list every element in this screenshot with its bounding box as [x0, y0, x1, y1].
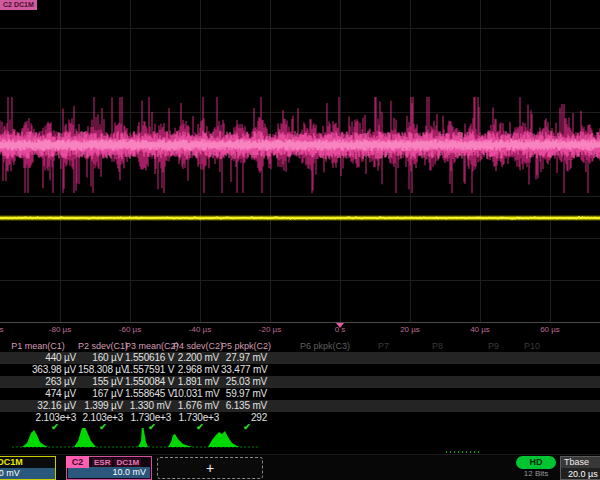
time-tick: -100 µs: [0, 325, 3, 334]
descriptor-bar: C1 DC1M 10.0 mV C2 ESR DC1M 10.0 mV + HD…: [0, 454, 600, 480]
param-header-p9[interactable]: P9: [488, 340, 499, 352]
c1-scale-value: 10.0 mV: [0, 468, 55, 479]
p1-num: 2.103e+3: [0, 412, 76, 424]
c1-flat-trace: [0, 217, 600, 219]
time-tick: 20 µs: [400, 325, 420, 334]
measurement-row-sdev: 32.16 µV 1.399 µV 1.330 mV 1.676 mV 6.13…: [0, 400, 600, 412]
oscilloscope-screen: C2 DC1M -100 µs -80 µs -60 µs -40 µs -20…: [0, 0, 600, 480]
measurement-table: P1 mean(C1) P2 sdev(C1) P3 mean(C2) P4 s…: [0, 340, 600, 424]
param-header-p3[interactable]: P3 mean(C2): [125, 340, 171, 352]
param-header-p5[interactable]: P5 pkpk(C2): [221, 340, 267, 352]
measurement-row-max: 474 µV 167 µV 1.558645 V 10.031 mV 59.97…: [0, 388, 600, 400]
c2-noise-trace: [0, 97, 600, 193]
p4-sdev: 1.676 mV: [173, 400, 219, 412]
p1-mean: 363.98 µV: [0, 364, 76, 376]
p2-mean: 158.308 µV: [78, 364, 123, 376]
measurement-row-num: 2.103e+3 2.103e+3 1.730e+3 1.730e+3 292: [0, 412, 600, 424]
histicon-p3: [138, 428, 148, 447]
p5-min: 25.03 mV: [221, 376, 267, 388]
timebase-label: Tbase: [561, 457, 600, 468]
param-header-p7[interactable]: P7: [378, 340, 389, 352]
histicon-p5: [208, 431, 240, 447]
hd-mode-badge[interactable]: HD: [516, 456, 556, 469]
p5-mean: 33.477 mV: [221, 364, 267, 376]
histicon-p2: [74, 428, 96, 447]
c1-descriptor-box[interactable]: C1 DC1M 10.0 mV: [0, 456, 56, 480]
p4-mean: 2.968 mV: [173, 364, 219, 376]
waveform-grid: C2 DC1M: [0, 0, 600, 322]
time-tick: -80 µs: [49, 325, 71, 334]
measurement-row-mean: 363.98 µV 158.308 µV 1.557591 V 2.968 mV…: [0, 364, 600, 376]
param-header-p1[interactable]: P1 mean(C1): [0, 340, 76, 352]
p2-min: 155 µV: [78, 376, 123, 388]
c1-coupling-label: C1 DC1M: [0, 457, 55, 468]
measurement-row-value: 440 µV 160 µV 1.550616 V 2.200 mV 27.97 …: [0, 352, 600, 364]
p3-value: 1.550616 V: [125, 352, 171, 364]
param-header-p6[interactable]: P6 pkpk(C3): [300, 340, 350, 352]
p2-sdev: 1.399 µV: [78, 400, 123, 412]
p1-min: 263 µV: [0, 376, 76, 388]
hd-bits-label: 12 Bits: [512, 469, 560, 478]
p1-max: 474 µV: [0, 388, 76, 400]
time-tick: -60 µs: [119, 325, 141, 334]
add-trace-button[interactable]: +: [157, 457, 263, 479]
param-header-p10[interactable]: P10: [524, 340, 540, 352]
p2-value: 160 µV: [78, 352, 123, 364]
p3-mean: 1.557591 V: [125, 364, 171, 376]
p4-value: 2.200 mV: [173, 352, 219, 364]
measurement-header-row: P1 mean(C1) P2 sdev(C1) P3 mean(C2) P4 s…: [0, 340, 600, 352]
p4-max: 10.031 mV: [173, 388, 219, 400]
param-header-p8[interactable]: P8: [432, 340, 443, 352]
measurement-row-min: 263 µV 155 µV 1.550084 V 1.891 mV 25.03 …: [0, 376, 600, 388]
time-tick: -40 µs: [189, 325, 211, 334]
p3-max: 1.558645 V: [125, 388, 171, 400]
timebase-value: 20.0 µs: [561, 468, 600, 480]
time-tick-zero: 0 s: [335, 325, 346, 334]
c2-channel-chip[interactable]: C2: [66, 456, 89, 468]
p4-min: 1.891 mV: [173, 376, 219, 388]
p3-min: 1.550084 V: [125, 376, 171, 388]
p3-sdev: 1.330 mV: [125, 400, 171, 412]
p1-value: 440 µV: [0, 352, 76, 364]
histicon-strip: [0, 428, 600, 456]
p5-value: 27.97 mV: [221, 352, 267, 364]
time-tick: 60 µs: [540, 325, 560, 334]
p1-sdev: 32.16 µV: [0, 400, 76, 412]
p5-sdev: 6.135 mV: [221, 400, 267, 412]
histicon-p4: [168, 434, 193, 447]
time-axis: -100 µs -80 µs -60 µs -40 µs -20 µs 0 s …: [0, 323, 600, 339]
time-tick: 40 µs: [470, 325, 490, 334]
param-header-p4[interactable]: P4 sdev(C2): [173, 340, 219, 352]
trace-annotation-badge[interactable]: C2 DC1M: [0, 0, 37, 10]
param-header-p2[interactable]: P2 sdev(C1): [78, 340, 123, 352]
time-tick: -20 µs: [259, 325, 281, 334]
p5-max: 59.97 mV: [221, 388, 267, 400]
c2-scale-value: 10.0 mV: [68, 467, 150, 478]
histicon-p1: [22, 430, 48, 447]
p2-max: 167 µV: [78, 388, 123, 400]
trace-canvas: [0, 0, 600, 322]
timebase-descriptor-box[interactable]: Tbase 20.0 µs: [560, 456, 600, 480]
